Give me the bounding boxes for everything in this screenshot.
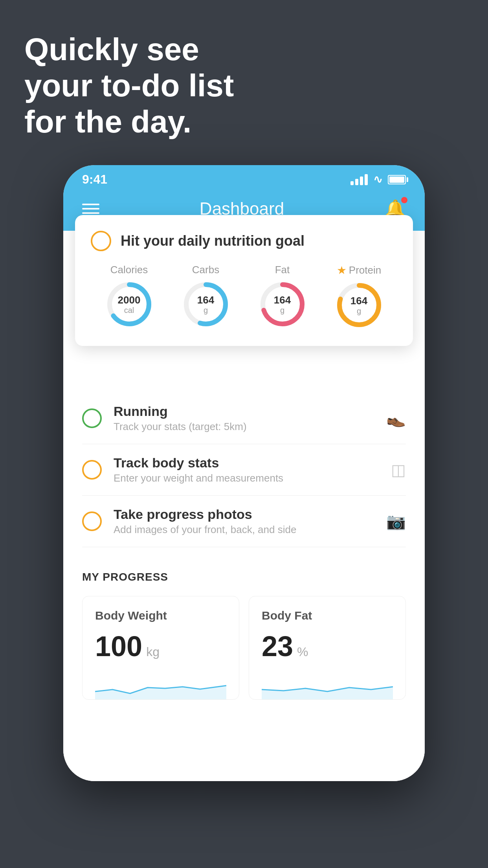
body-fat-unit: % (297, 645, 308, 659)
protein-unit: g (350, 306, 367, 315)
body-stats-name: Track body stats (114, 455, 379, 471)
calories-unit: cal (118, 305, 141, 314)
wifi-icon: ∿ (373, 173, 382, 186)
body-weight-chart (95, 672, 226, 699)
todo-item-body-stats[interactable]: Track body stats Enter your weight and m… (82, 444, 406, 496)
carbs-label: Carbs (192, 264, 219, 276)
scale-icon: ◫ (391, 461, 406, 479)
protein-star-icon: ★ (337, 264, 347, 277)
todo-item-photos[interactable]: Take progress photos Add images of your … (82, 496, 406, 547)
protein-value: 164 (350, 295, 367, 307)
body-stats-check-circle (82, 460, 102, 480)
running-info: Running Track your stats (target: 5km) (114, 404, 374, 433)
fat-donut: 164 g (259, 281, 306, 328)
photos-info: Take progress photos Add images of your … (114, 507, 374, 536)
body-stats-sub: Enter your weight and measurements (114, 472, 379, 484)
nutrition-fat: Fat 164 g (259, 264, 306, 328)
status-bar: 9:41 ∿ (63, 165, 425, 191)
fat-value: 164 (274, 294, 291, 306)
body-fat-label: Body Fat (262, 609, 393, 622)
body-fat-value: 23 (262, 630, 293, 662)
body-fat-value-row: 23 % (262, 630, 393, 662)
running-sub: Track your stats (target: 5km) (114, 421, 374, 433)
nutrition-carbs: Carbs 164 g (182, 264, 229, 328)
body-fat-chart (262, 672, 393, 699)
running-check-circle (82, 408, 102, 428)
photos-check-circle (82, 511, 102, 531)
photo-icon: 📷 (386, 512, 406, 531)
carbs-value: 164 (197, 294, 214, 306)
body-weight-value: 100 (95, 630, 142, 662)
carbs-unit: g (197, 305, 214, 314)
body-weight-card[interactable]: Body Weight 100 kg (82, 596, 239, 700)
todo-item-running[interactable]: Running Track your stats (target: 5km) 👞 (82, 393, 406, 444)
nutrition-card-title: Hit your daily nutrition goal (121, 233, 305, 249)
calories-donut: 2000 cal (106, 281, 153, 328)
photos-name: Take progress photos (114, 507, 374, 522)
headline-line2: your to-do list (24, 68, 234, 104)
progress-section: MY PROGRESS Body Weight 100 kg (63, 547, 425, 715)
progress-header: MY PROGRESS (82, 571, 406, 583)
running-shoe-icon: 👞 (386, 409, 406, 428)
body-stats-info: Track body stats Enter your weight and m… (114, 455, 379, 484)
headline: Quickly see your to-do list for the day. (24, 31, 234, 140)
fat-label: Fat (275, 264, 290, 276)
protein-donut: 164 g (336, 281, 383, 329)
body-weight-unit: kg (146, 645, 160, 659)
photos-sub: Add images of your front, back, and side (114, 524, 374, 536)
nutrition-row: Calories 2000 cal Carbs (91, 264, 397, 329)
status-time: 9:41 (82, 172, 107, 187)
headline-line3: for the day. (24, 104, 234, 140)
todo-list: Running Track your stats (target: 5km) 👞… (63, 393, 425, 547)
notification-badge (401, 197, 407, 203)
nutrition-card: Hit your daily nutrition goal Calories 2… (75, 215, 413, 346)
carbs-donut: 164 g (182, 281, 229, 328)
body-fat-card[interactable]: Body Fat 23 % (249, 596, 406, 700)
menu-button[interactable] (82, 204, 99, 214)
app-content: THINGS TO DO TODAY Hit your daily nutrit… (63, 231, 425, 781)
body-weight-label: Body Weight (95, 609, 226, 622)
battery-icon (388, 175, 406, 184)
phone-frame: 9:41 ∿ Dashboard 🔔 THINGS TO DO TODAY (63, 165, 425, 781)
headline-line1: Quickly see (24, 31, 234, 68)
fat-unit: g (274, 305, 291, 314)
body-weight-value-row: 100 kg (95, 630, 226, 662)
card-title-row: Hit your daily nutrition goal (91, 231, 397, 251)
status-icons: ∿ (350, 173, 406, 186)
nutrition-calories: Calories 2000 cal (106, 264, 153, 328)
protein-label: ★ Protein (337, 264, 381, 277)
calories-label: Calories (110, 264, 148, 276)
signal-icon (350, 174, 368, 185)
calories-value: 2000 (118, 294, 141, 306)
nutrition-protein: ★ Protein 164 g (336, 264, 383, 329)
running-name: Running (114, 404, 374, 419)
nutrition-check-circle[interactable] (91, 231, 111, 251)
progress-cards: Body Weight 100 kg Body Fat (82, 596, 406, 700)
